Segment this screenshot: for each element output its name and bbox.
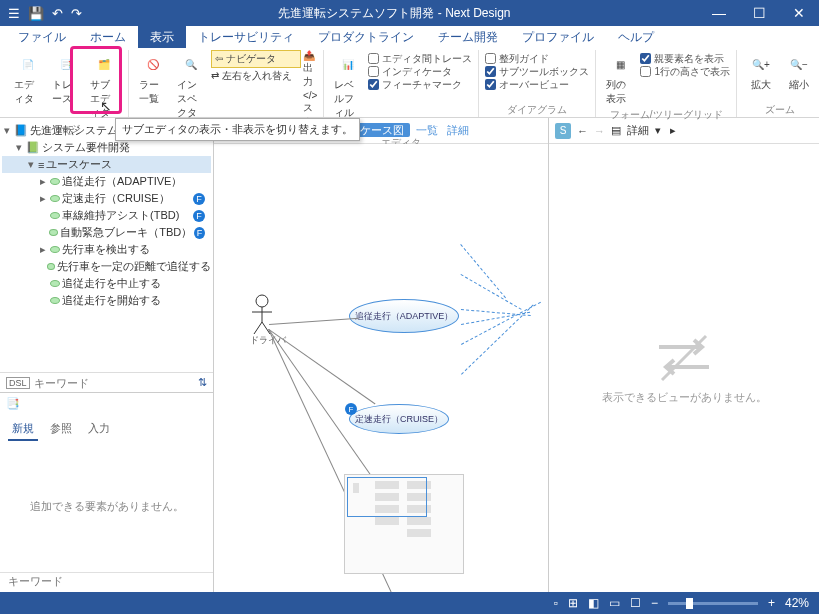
minimize-button[interactable]: — — [699, 0, 739, 26]
svg-line-7 — [662, 336, 706, 380]
status-icon[interactable]: ☐ — [630, 596, 641, 610]
window-title: 先進運転システムソフト開発 - Next Design — [90, 5, 699, 22]
sub-detail[interactable]: 詳細 — [627, 123, 649, 138]
no-view-panel: 表示できるビューがありません。 — [549, 144, 819, 592]
zoom-out-button[interactable]: 🔍−縮小 — [781, 50, 817, 94]
menu-bar: ファイル ホーム 表示 トレーサビリティ プロダクトライン チーム開発 プロファ… — [0, 26, 819, 48]
svg-point-0 — [256, 295, 268, 307]
redo-icon[interactable]: ↷ — [71, 6, 82, 21]
tooltip: サブエディタの表示・非表示を切り替えます。 — [115, 118, 360, 141]
tab-ref[interactable]: 参照 — [46, 418, 76, 441]
usecase-2[interactable]: F 定速走行（CRUISE） — [349, 404, 449, 434]
editor-button[interactable]: 📄エディタ — [10, 50, 46, 122]
cursor-icon: ↖ — [100, 98, 112, 114]
actor[interactable]: ドライバ — [250, 294, 286, 347]
tree-item[interactable]: ▸ 先行車を検出する — [2, 241, 211, 258]
chk-indicator[interactable]: インディケータ — [368, 65, 472, 78]
zoom-slider[interactable] — [668, 602, 758, 605]
chk-overview[interactable]: オーバービュー — [485, 78, 589, 91]
status-bar: ▫ ⊞ ◧ ▭ ☐ − + 42% — [0, 592, 819, 614]
trace-button[interactable]: 📑トレース — [48, 50, 84, 122]
menu-help[interactable]: ヘルプ — [606, 26, 666, 48]
inspector-button[interactable]: 🔍インスペクタ — [173, 50, 209, 171]
group-page: ページ — [51, 122, 81, 136]
svg-line-3 — [254, 322, 262, 334]
save-icon[interactable]: 💾 — [28, 6, 44, 21]
zoom-in-button[interactable]: 🔍+拡大 — [743, 50, 779, 94]
trace-label: トレース — [52, 78, 80, 106]
tree-item[interactable]: 追従走行を開始する — [2, 292, 211, 309]
keyword-input[interactable] — [34, 377, 194, 389]
overview-panel[interactable] — [344, 474, 464, 574]
menu-view[interactable]: 表示 — [138, 26, 186, 48]
editor-label: エディタ — [14, 78, 42, 106]
chk-editor-trace[interactable]: エディタ間トレース — [368, 52, 472, 65]
chk-one-row[interactable]: 1行の高さで表示 — [640, 65, 730, 78]
menu-trace[interactable]: トレーサビリティ — [186, 26, 306, 48]
tab-input[interactable]: 入力 — [84, 418, 114, 441]
chk-parent-name[interactable]: 親要素名を表示 — [640, 52, 730, 65]
filter-icon[interactable]: ⇅ — [198, 376, 207, 389]
menu-file[interactable]: ファイル — [6, 26, 78, 48]
tree-item[interactable]: 車線維持アシスト(TBD)F — [2, 207, 211, 224]
menu-product[interactable]: プロダクトライン — [306, 26, 426, 48]
error-list-button[interactable]: 🚫ラー一覧 — [135, 50, 171, 171]
empty-add-msg: 追加できる要素がありません。 — [0, 441, 213, 572]
title-bar: ☰ 💾 ↶ ↷ 先進運転システムソフト開発 - Next Design — ☐ … — [0, 0, 819, 26]
status-icon[interactable]: ⊞ — [568, 596, 578, 610]
tree-item[interactable]: 自動緊急ブレーキ（TBD）F — [2, 224, 211, 241]
diagram-canvas[interactable]: ドライバ 追従走行（ADAPTIVE） F 定速走行（CRUISE） — [214, 144, 548, 592]
sub-nav-back[interactable]: ← — [577, 125, 588, 137]
zoom-percent: 42% — [785, 596, 809, 610]
s-badge: S — [555, 123, 571, 139]
close-button[interactable]: ✕ — [779, 0, 819, 26]
chk-align-guide[interactable]: 整列ガイド — [485, 52, 589, 65]
chk-feature-mark[interactable]: フィーチャマーク — [368, 78, 472, 91]
ribbon: 📄エディタ 📑トレース 🗂️サブエディタ ページ 🚫ラー一覧 🔍インスペクタ ⇦… — [0, 48, 819, 118]
tabs-lower: 新規 参照 入力 — [0, 414, 213, 441]
tab-icon[interactable]: 📑 — [0, 393, 213, 414]
status-icon[interactable]: ▫ — [554, 596, 558, 610]
usecase-1[interactable]: 追従走行（ADAPTIVE） — [349, 299, 459, 333]
menu-team[interactable]: チーム開発 — [426, 26, 510, 48]
status-icon[interactable]: ◧ — [588, 596, 599, 610]
column-show-button[interactable]: ▦列の表示 — [602, 50, 638, 108]
keyword-bar: DSL ⇅ — [0, 372, 213, 392]
menu-profile[interactable]: プロファイル — [510, 26, 606, 48]
keyword-input-2[interactable] — [8, 575, 205, 587]
output-button[interactable]: 📤 出力 — [303, 50, 317, 89]
status-icon[interactable]: ▭ — [609, 596, 620, 610]
tab-new[interactable]: 新規 — [8, 418, 38, 441]
feature-badge: F — [345, 403, 357, 415]
tree-item[interactable]: 先行車を一定の距離で追従する — [2, 258, 211, 275]
tree-item[interactable]: ▸ 定速走行（CRUISE）F — [2, 190, 211, 207]
sub-list-icon[interactable]: ▤ — [611, 124, 621, 137]
app-menu-icon[interactable]: ☰ — [8, 6, 20, 21]
chk-subtoolbox[interactable]: サブツールボックス — [485, 65, 589, 78]
tree-item[interactable]: ▸ 追従走行（ADAPTIVE） — [2, 173, 211, 190]
dsl-icon: DSL — [6, 377, 30, 389]
zoom-out-icon[interactable]: − — [651, 596, 658, 610]
zoom-in-icon[interactable]: + — [768, 596, 775, 610]
swap-button[interactable]: ⇄ 左右を入れ替え — [211, 69, 301, 83]
undo-icon[interactable]: ↶ — [52, 6, 63, 21]
sub-nav-fwd[interactable]: → — [594, 125, 605, 137]
maximize-button[interactable]: ☐ — [739, 0, 779, 26]
left-panel: ▾📘 先進運転システムソフト開発 ▾📗 システム要件開発 ▾≡ ユースケース ▸… — [0, 118, 214, 592]
navigator-button[interactable]: ⇦ ナビゲータ — [211, 50, 301, 68]
tree-item[interactable]: 追従走行を中止する — [2, 275, 211, 292]
menu-home[interactable]: ホーム — [78, 26, 138, 48]
